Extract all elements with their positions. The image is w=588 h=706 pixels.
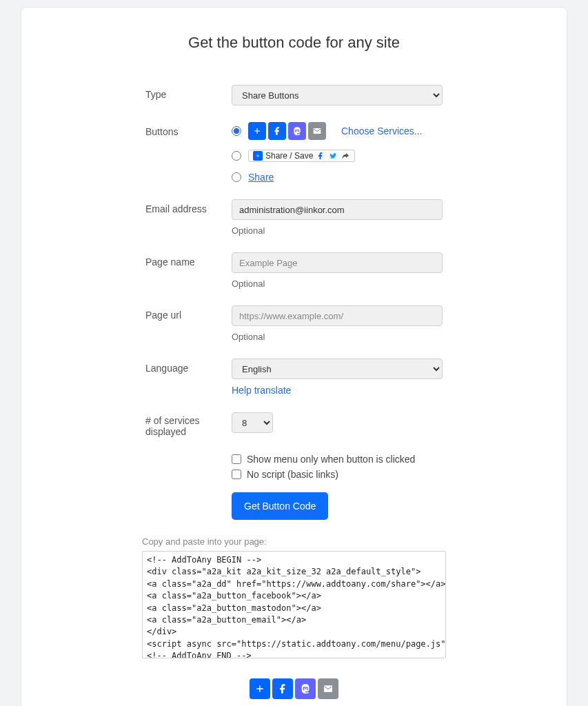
buttons-option-shareonly: Share — [232, 172, 443, 183]
pagename-hint: Optional — [232, 279, 443, 289]
label-pageurl: Page url — [145, 305, 232, 321]
buttons-option-iconstrip: Choose Services... — [232, 122, 443, 140]
label-pagename: Page name — [145, 252, 232, 268]
code-output[interactable] — [142, 551, 446, 658]
row-email: Email address Optional — [145, 199, 443, 236]
type-select[interactable]: Share Buttons — [232, 85, 443, 105]
help-translate-link[interactable]: Help translate — [232, 385, 291, 396]
label-email: Email address — [145, 199, 232, 214]
plus-mini-icon — [253, 151, 263, 161]
share-save-badge: Share / Save — [248, 150, 355, 162]
icon-strip-preview — [248, 122, 326, 140]
email-hint: Optional — [232, 225, 443, 236]
checkbox-showmenu[interactable] — [232, 454, 241, 464]
copy-label: Copy and paste into your page: — [142, 536, 446, 547]
twitter-mini-icon — [328, 151, 338, 161]
form-card: Get the button code for any site Type Sh… — [21, 7, 567, 706]
facebook-mini-icon — [316, 151, 325, 161]
label-language: Language — [145, 359, 232, 374]
get-button-code-button[interactable]: Get Button Code — [232, 492, 328, 520]
label-services: # of services displayed — [145, 412, 232, 437]
code-area: Copy and paste into your page: — [142, 536, 446, 660]
checkbox-noscript[interactable] — [232, 470, 241, 479]
checkbox-showmenu-label: Show menu only when button is clicked — [247, 454, 415, 465]
radio-iconstrip[interactable] — [232, 126, 241, 136]
pagename-input[interactable] — [232, 252, 443, 273]
language-select[interactable]: English — [232, 359, 443, 379]
row-services: # of services displayed 8 — [145, 412, 443, 437]
row-buttons: Buttons — [145, 122, 443, 183]
row-pageurl: Page url Optional — [145, 305, 443, 342]
label-type: Type — [145, 85, 232, 100]
mastodon-icon — [288, 122, 306, 140]
share-arrow-mini-icon — [341, 151, 350, 161]
email-input[interactable] — [232, 199, 443, 220]
page-title: Get the button code for any site — [63, 34, 525, 52]
checkbox-noscript-label: No script (basic links) — [247, 469, 338, 480]
footer-mastodon-icon[interactable] — [295, 678, 316, 699]
footer-icons — [63, 678, 525, 699]
row-pagename: Page name Optional — [145, 252, 443, 289]
facebook-icon — [268, 122, 286, 140]
pageurl-hint: Optional — [232, 332, 443, 342]
pageurl-input[interactable] — [232, 305, 443, 326]
form-area: Type Share Buttons Buttons — [63, 85, 525, 520]
share-save-text: Share / Save — [265, 151, 313, 161]
radio-shareonly[interactable] — [232, 172, 241, 182]
footer-facebook-icon[interactable] — [272, 678, 293, 699]
plus-icon — [248, 122, 266, 140]
choose-services-link[interactable]: Choose Services... — [341, 125, 423, 137]
row-type: Type Share Buttons — [145, 85, 443, 105]
checkbox-noscript-line: No script (basic links) — [232, 469, 443, 480]
checkbox-showmenu-line: Show menu only when button is clicked — [232, 454, 443, 465]
buttons-option-sharesave: Share / Save — [232, 150, 443, 162]
email-icon — [308, 122, 326, 140]
share-only-link[interactable]: Share — [248, 172, 274, 183]
footer-email-icon[interactable] — [318, 678, 338, 699]
radio-sharesave[interactable] — [232, 151, 241, 161]
footer-plus-icon[interactable] — [250, 678, 270, 699]
services-select[interactable]: 8 — [232, 412, 273, 433]
row-checkboxes: Show menu only when button is clicked No… — [145, 454, 443, 520]
row-language: Language English Help translate — [145, 359, 443, 396]
label-buttons: Buttons — [145, 122, 232, 137]
